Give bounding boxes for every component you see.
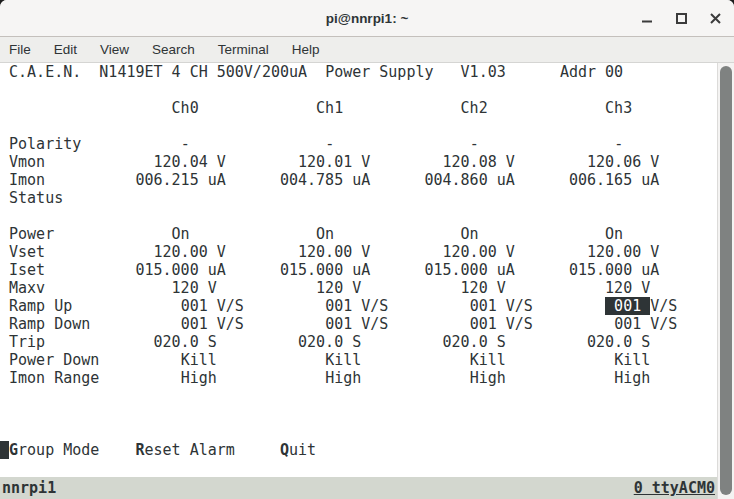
scrollbar-thumb[interactable]: [720, 66, 732, 495]
power-ch2: On: [461, 225, 479, 243]
power-ch3: On: [605, 225, 623, 243]
terminal-line: [0, 387, 717, 405]
imon-range-ch2: High: [470, 369, 506, 387]
terminal-line: Iset 015.000 uA 015.000 uA 015.000 uA 01…: [0, 261, 717, 279]
menu-file[interactable]: File: [2, 39, 38, 60]
ramp-up-ch3-selected[interactable]: 001: [605, 297, 650, 315]
action-group-mode-key[interactable]: G: [9, 441, 18, 459]
terminal-line: Status: [0, 189, 717, 207]
iset-ch1: 015.000 uA: [280, 261, 370, 279]
ramp-down-ch0: 001 V/S: [181, 315, 244, 333]
ramp-up-ch3-unit: V/S: [650, 297, 677, 315]
menu-search[interactable]: Search: [145, 39, 202, 60]
header-version: V1.03: [461, 63, 506, 81]
terminal-line: Ch0 Ch1 Ch2 Ch3: [0, 99, 717, 117]
menu-terminal[interactable]: Terminal: [211, 39, 276, 60]
imon-ch2: 004.860 uA: [424, 171, 514, 189]
col-header-ch3: Ch3: [605, 99, 632, 117]
action-quit-label[interactable]: uit: [289, 441, 316, 459]
row-label-iset: Iset: [9, 261, 45, 279]
terminal-line: Vmon 120.04 V 120.01 V 120.08 V 120.06 V: [0, 153, 717, 171]
row-label-power-down: Power Down: [9, 351, 99, 369]
terminal-area: C.A.E.N. N1419ET 4 CH 500V/200uA Power S…: [0, 63, 717, 499]
iset-ch3: 015.000 uA: [569, 261, 659, 279]
maximize-icon[interactable]: [675, 12, 688, 25]
row-label-vset: Vset: [9, 243, 45, 261]
menu-view[interactable]: View: [93, 39, 136, 60]
ramp-down-ch2: 001 V/S: [470, 315, 533, 333]
terminal-line: Ramp Down 001 V/S 001 V/S 001 V/S 001 V/…: [0, 315, 717, 333]
polarity-ch3: -: [614, 135, 623, 153]
terminal-line: [0, 423, 717, 441]
terminal-line: [0, 207, 717, 225]
row-label-status: Status: [9, 189, 63, 207]
terminal-line: [0, 81, 717, 99]
menubar: File Edit View Search Terminal Help: [0, 37, 734, 63]
titlebar[interactable]: pi@nnrpi1: ~: [0, 0, 734, 37]
statusbar-tty: 0 ttyACM0: [634, 479, 715, 497]
row-label-polarity: Polarity: [9, 135, 81, 153]
maxv-ch2: 120 V: [461, 279, 506, 297]
iset-ch2: 015.000 uA: [424, 261, 514, 279]
power-ch1: On: [316, 225, 334, 243]
polarity-ch0: -: [181, 135, 190, 153]
cursor-block: [0, 441, 9, 459]
menu-help[interactable]: Help: [285, 39, 327, 60]
ramp-down-ch3: 001 V/S: [614, 315, 677, 333]
terminal-line: Polarity - - - -: [0, 135, 717, 153]
terminal-line: C.A.E.N. N1419ET 4 CH 500V/200uA Power S…: [0, 63, 717, 81]
row-label-ramp-down: Ramp Down: [9, 315, 90, 333]
vset-ch1: 120.00 V: [298, 243, 370, 261]
power-ch0: On: [172, 225, 190, 243]
menu-edit[interactable]: Edit: [47, 39, 84, 60]
minimize-icon[interactable]: [641, 12, 654, 25]
action-quit-key[interactable]: Q: [280, 441, 289, 459]
terminal-line: Ramp Up 001 V/S 001 V/S 001 V/S 001 V/S: [0, 297, 717, 315]
maxv-ch0: 120 V: [172, 279, 217, 297]
iset-ch0: 015.000 uA: [135, 261, 225, 279]
action-group-mode-label[interactable]: roup Mode: [18, 441, 99, 459]
col-header-ch2: Ch2: [461, 99, 488, 117]
trip-ch1: 020.0 S: [298, 333, 361, 351]
power-down-ch2: Kill: [470, 351, 506, 369]
close-icon[interactable]: [709, 12, 722, 25]
row-label-power: Power: [9, 225, 54, 243]
header-model: N1419ET 4 CH 500V/200uA: [99, 63, 307, 81]
header-brand: C.A.E.N.: [9, 63, 81, 81]
terminal-line: [0, 405, 717, 423]
header-address: Addr 00: [560, 63, 623, 81]
imon-range-ch1: High: [325, 369, 361, 387]
action-reset-alarm-label[interactable]: eset Alarm: [145, 441, 235, 459]
terminal-line: Vset 120.00 V 120.00 V 120.00 V 120.00 V: [0, 243, 717, 261]
terminal-line: Power Down Kill Kill Kill Kill: [0, 351, 717, 369]
terminal-window: pi@nnrpi1: ~ File Edit View Search Termi…: [0, 0, 734, 499]
header-product: Power Supply: [325, 63, 433, 81]
imon-range-ch3: High: [614, 369, 650, 387]
row-label-trip: Trip: [9, 333, 45, 351]
terminal-line: Trip 020.0 S 020.0 S 020.0 S 020.0 S: [0, 333, 717, 351]
vset-ch0: 120.00 V: [154, 243, 226, 261]
power-down-ch3: Kill: [614, 351, 650, 369]
row-label-imon: Imon: [9, 171, 45, 189]
action-reset-alarm-key[interactable]: R: [135, 441, 144, 459]
row-label-maxv: Maxv: [9, 279, 45, 297]
trip-ch2: 020.0 S: [443, 333, 506, 351]
scrollbar-track[interactable]: [717, 63, 734, 499]
terminal-line: Power On On On On: [0, 225, 717, 243]
terminal-line: Group Mode Reset Alarm Quit: [0, 441, 717, 459]
trip-ch3: 020.0 S: [587, 333, 650, 351]
terminal-screen[interactable]: C.A.E.N. N1419ET 4 CH 500V/200uA Power S…: [0, 63, 717, 477]
power-down-ch1: Kill: [325, 351, 361, 369]
maxv-ch1: 120 V: [316, 279, 361, 297]
ramp-down-ch1: 001 V/S: [325, 315, 388, 333]
vset-ch2: 120.00 V: [443, 243, 515, 261]
window-controls: [641, 12, 734, 25]
imon-ch3: 006.165 uA: [569, 171, 659, 189]
row-label-imon-range: Imon Range: [9, 369, 99, 387]
imon-range-ch0: High: [181, 369, 217, 387]
vmon-ch3: 120.06 V: [587, 153, 659, 171]
vmon-ch1: 120.01 V: [298, 153, 370, 171]
vmon-ch0: 120.04 V: [154, 153, 226, 171]
ramp-up-ch2: 001 V/S: [470, 297, 533, 315]
col-header-ch1: Ch1: [316, 99, 343, 117]
